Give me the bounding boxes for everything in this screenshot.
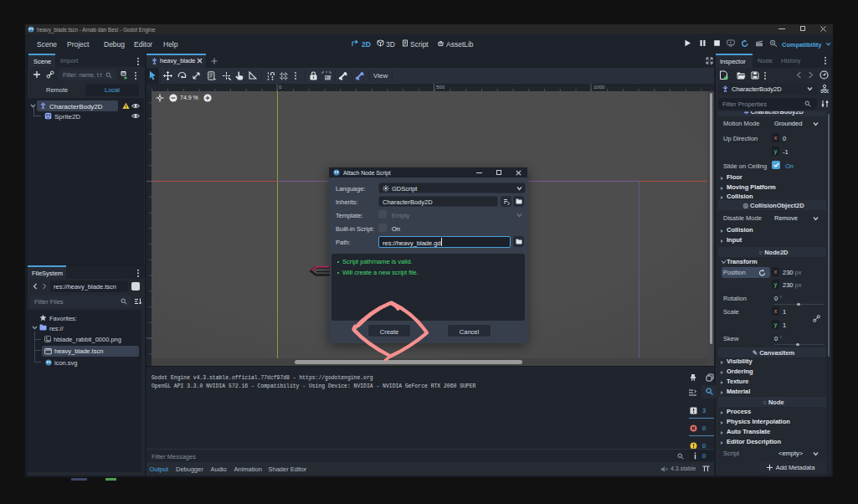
svg-text:DOC: DOC: [821, 90, 829, 94]
